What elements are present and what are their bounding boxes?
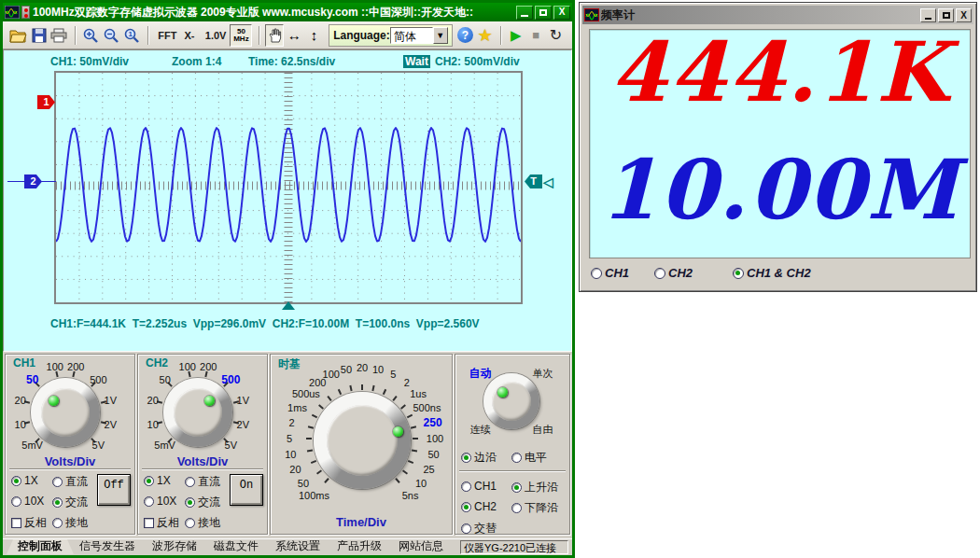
- option-CH2[interactable]: CH2: [461, 500, 497, 513]
- option-label: 接地: [65, 515, 88, 531]
- option-直流[interactable]: 直流: [185, 474, 220, 490]
- freq-titlebar[interactable]: 频率计 X: [582, 6, 973, 24]
- waveform-screen[interactable]: [54, 71, 523, 304]
- print-button[interactable]: [49, 24, 68, 47]
- option-反相[interactable]: 反相: [11, 515, 47, 531]
- option-CH2[interactable]: CH2: [654, 266, 693, 280]
- h-measure-button[interactable]: ↔: [286, 24, 303, 47]
- option-10X[interactable]: 10X: [11, 495, 44, 508]
- option-反相[interactable]: 反相: [144, 515, 179, 531]
- option-label: 10X: [157, 495, 176, 508]
- zoom-out-button[interactable]: [102, 24, 120, 47]
- trigger-level-marker[interactable]: T: [525, 174, 542, 188]
- ch1-power-button[interactable]: Off: [97, 474, 131, 506]
- language-combo[interactable]: Language: 简体 ▼: [329, 24, 453, 47]
- oscilloscope-window: 100MHz双踪数字存储虚拟示波器 2009专业版 www.mcusky.com…: [0, 0, 575, 558]
- open-icon: [9, 28, 27, 43]
- option-label: 下降沿: [525, 500, 558, 516]
- ch1-frequency-value: 444.1K: [590, 29, 970, 123]
- scope-display-panel: CH1: 50mV/div Zoom 1:4 Time: 62.5ns/div …: [3, 49, 572, 352]
- option-CH1[interactable]: CH1: [461, 480, 497, 493]
- option-label: CH1 & CH2: [747, 266, 811, 280]
- zoom-100-button[interactable]: 1: [122, 24, 141, 47]
- option-label: 直流: [65, 474, 88, 490]
- option-电平[interactable]: 电平: [511, 450, 547, 466]
- desktop: 100MHz双踪数字存储虚拟示波器 2009专业版 www.mcusky.com…: [0, 0, 980, 558]
- v-measure-button[interactable]: ↕: [305, 24, 323, 47]
- run-button[interactable]: ▶: [507, 24, 525, 47]
- option-直流[interactable]: 直流: [52, 474, 88, 490]
- option-交流[interactable]: 交流: [185, 495, 220, 510]
- tab-磁盘文件[interactable]: 磁盘文件: [203, 539, 270, 554]
- tab-系统设置[interactable]: 系统设置: [264, 539, 331, 554]
- option-上升沿[interactable]: 上升沿: [511, 480, 558, 495]
- dial-tick: [412, 449, 417, 452]
- freq-maximize-button[interactable]: [938, 8, 954, 22]
- option-1X[interactable]: 1X: [144, 474, 171, 487]
- save-button[interactable]: [30, 24, 48, 47]
- dial-scale-label: 5: [390, 369, 396, 380]
- dial-scale-label: 100: [427, 433, 443, 444]
- dial-tick: [383, 389, 386, 395]
- zoom-in-button[interactable]: [81, 24, 100, 47]
- language-value[interactable]: 简体: [390, 27, 433, 44]
- xy-mode-button[interactable]: X-Y: [180, 25, 201, 46]
- dial-tick: [307, 449, 313, 452]
- option-交流[interactable]: 交流: [52, 495, 88, 510]
- dial-tick: [392, 396, 397, 401]
- trigger-position-icon[interactable]: [282, 301, 295, 310]
- calibration-50mhz-button[interactable]: 50MHz: [230, 24, 252, 47]
- dial-tick: [311, 460, 316, 464]
- waveform-plot: [56, 73, 521, 302]
- tab-网站信息[interactable]: 网站信息: [387, 539, 455, 554]
- tab-信号发生器[interactable]: 信号发生器: [68, 539, 147, 554]
- option-下降沿[interactable]: 下降沿: [511, 500, 558, 516]
- dial-scale-label: 20: [357, 362, 368, 373]
- dial-scale-label: 20: [289, 464, 301, 475]
- checkbox-icon: [11, 518, 21, 528]
- option-label: 1X: [157, 474, 171, 487]
- option-CH1[interactable]: CH1: [591, 266, 629, 280]
- dial-tick: [338, 389, 342, 395]
- minimize-button[interactable]: [516, 6, 533, 20]
- close-button[interactable]: X: [553, 6, 570, 20]
- radio-icon: [511, 453, 522, 463]
- hand-tool-button[interactable]: [265, 24, 283, 47]
- option-label: 边沿: [474, 450, 497, 466]
- dial-tick: [411, 425, 416, 428]
- tab-波形存储[interactable]: 波形存储: [141, 539, 208, 554]
- main-titlebar[interactable]: 100MHz双踪数字存储虚拟示波器 2009专业版 www.mcusky.com…: [3, 3, 572, 21]
- ch1-position-marker[interactable]: 1: [37, 95, 55, 109]
- dial-tick: [308, 425, 314, 428]
- ch2-position-marker[interactable]: 2: [24, 174, 42, 188]
- option-1X[interactable]: 1X: [11, 474, 38, 487]
- fft-button[interactable]: FFT: [154, 25, 180, 46]
- tab-控制面板[interactable]: 控制面板: [7, 539, 74, 554]
- ch2-power-button[interactable]: On: [230, 474, 263, 506]
- maximize-button[interactable]: [535, 6, 552, 20]
- measurement-readout: CH1:F=444.1K T=2.252us Vpp=296.0mV CH2:F…: [50, 317, 480, 330]
- freq-close-button[interactable]: X: [956, 8, 972, 22]
- language-dropdown-arrow[interactable]: ▼: [433, 27, 448, 44]
- tab-产品升级[interactable]: 产品升级: [326, 539, 393, 554]
- help-button[interactable]: ?: [456, 24, 474, 47]
- option-接地[interactable]: 接地: [52, 515, 88, 531]
- option-边沿[interactable]: 边沿: [461, 450, 497, 466]
- radio-icon: [185, 518, 195, 528]
- option-接地[interactable]: 接地: [185, 515, 220, 531]
- option-交替[interactable]: 交替: [461, 521, 497, 537]
- calibration-1v-button[interactable]: 1.0V: [202, 25, 231, 46]
- stop-button[interactable]: ■: [527, 24, 545, 47]
- open-button[interactable]: [8, 24, 28, 47]
- dial-scale-label: 50: [341, 364, 352, 375]
- option-10X[interactable]: 10X: [144, 495, 176, 508]
- dial-scale-label: 5: [287, 433, 292, 444]
- radio-icon: [461, 481, 471, 492]
- freq-minimize-button[interactable]: [920, 8, 936, 22]
- option-label: 电平: [525, 450, 547, 466]
- timebase-dial[interactable]: 100ms502010521ms500us200100502010521us50…: [271, 355, 452, 534]
- h-measure-icon: ↔: [287, 28, 301, 42]
- refresh-button[interactable]: ↻: [547, 24, 565, 47]
- option-CH1 & CH2[interactable]: CH1 & CH2: [733, 266, 811, 280]
- favorite-button[interactable]: ★: [476, 24, 494, 47]
